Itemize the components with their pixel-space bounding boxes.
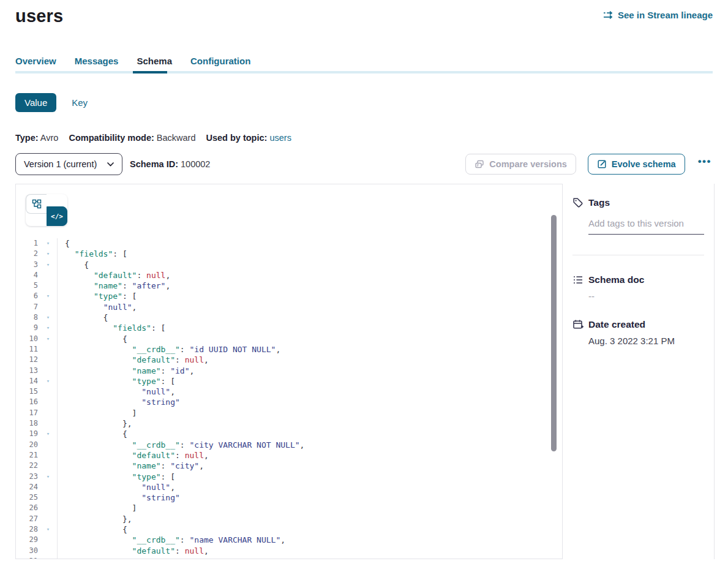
fold-arrow-icon[interactable]: ▾ — [39, 334, 58, 344]
sidebar-divider — [572, 255, 704, 255]
code-line: 23▾ "type": [ — [16, 472, 562, 482]
line-number: 12 — [16, 355, 39, 365]
schema-actions: Compare versions Evolve schema ••• — [465, 154, 713, 175]
evolve-schema-button[interactable]: Evolve schema — [588, 154, 685, 175]
fold-gutter — [39, 418, 58, 429]
fold-arrow-icon[interactable]: ▾ — [39, 472, 58, 482]
code-line: 6▾ "type": [ — [16, 291, 562, 301]
tab-messages[interactable]: Messages — [75, 56, 119, 71]
code-text: "string" — [58, 397, 180, 407]
fold-arrow-icon[interactable]: ▾ — [39, 291, 58, 301]
schema-type: Type: Avro — [15, 133, 58, 143]
line-number: 4 — [16, 270, 39, 280]
stream-lineage-link[interactable]: See in Stream lineage — [603, 10, 713, 20]
code-text: }, — [58, 418, 132, 429]
date-created-value: Aug. 3 2022 3:21 PM — [588, 336, 704, 346]
schema-doc-title: Schema doc — [588, 274, 644, 285]
value-toggle-button[interactable]: Value — [15, 93, 56, 112]
code-line: 31 "name": "name", — [16, 556, 562, 559]
fold-arrow-icon[interactable]: ▾ — [39, 312, 58, 323]
fold-gutter — [39, 386, 58, 397]
code-line: 17 ] — [16, 408, 562, 418]
version-select[interactable]: Version 1 (current) — [15, 153, 122, 175]
code-line: 20 "__crdb__": "city VARCHAR NOT NULL", — [16, 440, 562, 450]
fold-arrow-icon[interactable]: ▾ — [39, 323, 58, 333]
code-text: "__crdb__": "id UUID NOT NULL", — [58, 344, 280, 355]
fold-gutter — [39, 344, 58, 355]
schema-type-label: Type: — [15, 133, 39, 143]
code-line: 13 "name": "id", — [16, 366, 562, 376]
fold-gutter — [39, 503, 58, 513]
code-line: 27 }, — [16, 514, 562, 524]
line-number: 3 — [16, 260, 39, 270]
line-number: 26 — [16, 503, 39, 513]
code-line: 24 "null", — [16, 482, 562, 492]
list-icon — [572, 274, 584, 285]
code-line: 28▾ { — [16, 524, 562, 535]
more-actions-button[interactable]: ••• — [697, 156, 713, 173]
schema-meta-row: Type: Avro Compatibility mode: Backward … — [15, 133, 728, 143]
compatibility-mode-value: Backward — [157, 133, 196, 143]
fold-arrow-icon[interactable]: ▾ — [39, 260, 58, 270]
active-tab-indicator — [133, 71, 167, 73]
code-text: { — [58, 312, 108, 323]
topic-link[interactable]: users — [269, 133, 291, 143]
code-text: "default": null, — [58, 450, 209, 461]
line-number: 2 — [16, 249, 39, 259]
fold-arrow-icon[interactable]: ▾ — [39, 238, 58, 249]
fold-gutter — [39, 546, 58, 556]
code-text: "fields": [ — [58, 323, 165, 333]
schema-content: </> 1▾{2▾ "fields": [3▾ {4 "default": nu… — [15, 184, 715, 559]
compare-versions-button[interactable]: Compare versions — [465, 154, 576, 175]
code-line: 21 "default": null, — [16, 450, 562, 461]
tree-view-button[interactable] — [26, 194, 47, 214]
line-number: 10 — [16, 334, 39, 344]
code-text: "null", — [58, 386, 175, 397]
code-line: 4 "default": null, — [16, 270, 562, 280]
schema-id: Schema ID: 100002 — [130, 159, 210, 169]
code-view-button[interactable]: </> — [47, 206, 67, 226]
evolve-schema-icon — [597, 159, 607, 169]
code-text: "default": null, — [58, 546, 209, 556]
line-number: 13 — [16, 366, 39, 376]
code-view-icon: </> — [51, 213, 63, 220]
fold-gutter — [39, 482, 58, 492]
tab-configuration[interactable]: Configuration — [190, 56, 250, 71]
tag-icon — [572, 197, 584, 208]
compatibility-mode-label: Compatibility mode: — [69, 133, 154, 143]
fold-arrow-icon[interactable]: ▾ — [39, 249, 58, 259]
code-text: "fields": [ — [58, 249, 127, 259]
editor-scrollbar[interactable] — [551, 215, 557, 451]
line-number: 25 — [16, 492, 39, 503]
fold-arrow-icon[interactable]: ▾ — [39, 429, 58, 439]
code-line: 5 "name": "after", — [16, 280, 562, 291]
line-number: 14 — [16, 376, 39, 386]
line-number: 6 — [16, 291, 39, 301]
code-text: { — [58, 260, 89, 270]
tab-overview[interactable]: Overview — [15, 56, 56, 71]
fold-arrow-icon[interactable]: ▾ — [39, 376, 58, 386]
code-text: "default": null, — [58, 355, 209, 365]
code-line: 1▾{ — [16, 238, 562, 249]
line-number: 11 — [16, 344, 39, 355]
line-number: 9 — [16, 323, 39, 333]
key-toggle-button[interactable]: Key — [72, 97, 88, 108]
tab-schema[interactable]: Schema — [137, 56, 172, 71]
line-number: 8 — [16, 312, 39, 323]
schema-doc-section: Schema doc -- — [572, 274, 704, 301]
code-line: 25 "string" — [16, 492, 562, 503]
line-number: 24 — [16, 482, 39, 492]
fold-gutter — [39, 461, 58, 471]
fold-arrow-icon[interactable]: ▾ — [39, 524, 58, 535]
fold-gutter — [39, 492, 58, 503]
version-toolbar: Version 1 (current) Schema ID: 100002 Co… — [15, 153, 713, 175]
schema-id-value: 100002 — [181, 159, 210, 169]
line-number: 21 — [16, 450, 39, 461]
code-line: 18 }, — [16, 418, 562, 429]
tags-title: Tags — [588, 197, 610, 208]
tags-input[interactable] — [588, 216, 704, 235]
used-by-topic-label: Used by topic: — [206, 133, 267, 143]
stream-lineage-label: See in Stream lineage — [618, 10, 713, 20]
date-created-header: Date created — [572, 319, 704, 330]
line-number: 28 — [16, 524, 39, 535]
